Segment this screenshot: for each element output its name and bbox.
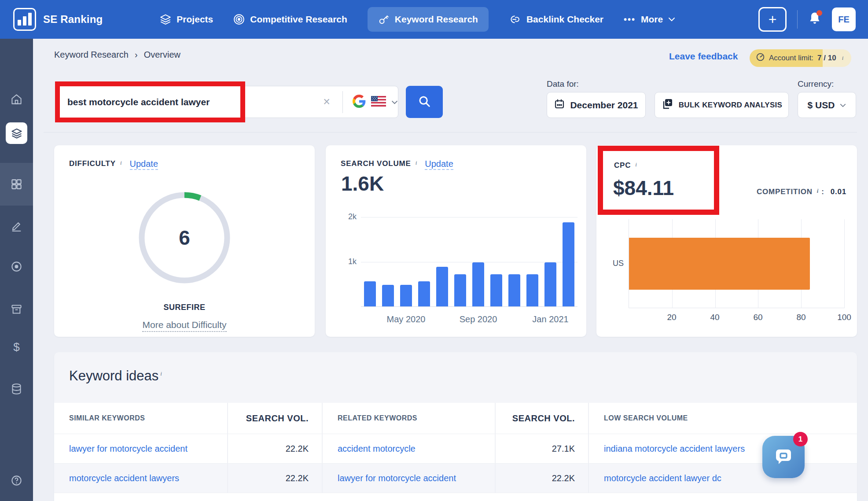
breadcrumb-parent[interactable]: Keyword Research [54, 50, 129, 60]
currency-dropdown[interactable]: $ USD [798, 92, 856, 118]
cpc-region-bar[interactable] [629, 238, 810, 290]
search-volume-bar[interactable] [490, 274, 502, 306]
bulk-label: BULK KEYWORD ANALYSIS [679, 101, 783, 110]
keyword-ideas-title: Keyword ideasi [69, 368, 162, 384]
search-volume-total: 1.6K [341, 172, 384, 195]
archive-box-icon[interactable] [7, 300, 26, 318]
search-engine-selector[interactable] [353, 95, 398, 110]
account-limit-label: Account limit: [769, 54, 813, 63]
chevron-down-icon [840, 102, 846, 109]
add-button[interactable]: + [758, 7, 787, 32]
account-limit-badge[interactable]: Account limit: 7 / 10 i [750, 49, 851, 67]
x-axis-tick-label: Sep 2020 [460, 314, 497, 324]
search-volume-bar[interactable] [400, 285, 412, 306]
difficulty-rating: SUREFIRE [54, 303, 315, 312]
x-axis-tick-label: Jan 2021 [532, 314, 568, 324]
database-icon[interactable] [7, 380, 26, 398]
search-volume-bar[interactable] [563, 222, 574, 306]
bulk-keyword-analysis-button[interactable]: BULK KEYWORD ANALYSIS [655, 92, 789, 118]
difficulty-update-link[interactable]: Update [130, 159, 158, 170]
account-limit-value: 7 / 10 [817, 54, 836, 63]
search-volume-title: SEARCH VOLUME [341, 159, 411, 168]
search-volume-chart: 1k2k [361, 217, 577, 307]
search-volume-bar[interactable] [544, 262, 556, 306]
search-volume-bar[interactable] [508, 274, 520, 306]
search-volume-card: SEARCH VOLUME i Update 1.6K 1k2k May 202… [326, 145, 586, 337]
cpc-axis-labels: 20406080100 [629, 313, 844, 323]
difficulty-score: 6 [127, 181, 242, 295]
more-about-difficulty-link[interactable]: More about Difficulty [142, 320, 226, 332]
related-keyword-link[interactable]: accident motorcycle [338, 444, 416, 454]
cpc-card: CPC i $84.11 COMPETITION i : 0.01 US 204… [596, 145, 857, 337]
low-volume-keyword-link[interactable]: motorcycle accident lawyer dc [604, 473, 721, 483]
sidebar-item-keyword-research-active[interactable] [6, 122, 27, 144]
info-icon: i [416, 159, 417, 166]
col-related-keywords: RELATED KEYWORDS [322, 403, 495, 434]
search-icon [418, 95, 431, 110]
related-keyword-volume: 22.2K [495, 464, 588, 493]
similar-keyword-link[interactable]: motorcycle accident lawyers [69, 473, 179, 483]
search-volume-update-link[interactable]: Update [425, 159, 453, 170]
similar-keyword-volume: 22.2K [227, 464, 322, 493]
search-volume-bar[interactable] [472, 262, 484, 306]
search-volume-bar[interactable] [526, 274, 538, 306]
x-axis-tick-label: 20 [667, 313, 676, 322]
calendar-icon [554, 99, 565, 111]
notifications-bell-icon[interactable] [808, 11, 821, 27]
difficulty-card: DIFFICULTY i Update 6 SUREFIRE More abou… [54, 145, 315, 337]
related-keyword-link[interactable]: lawyer for motorcycle accident [338, 473, 456, 483]
similar-keyword-link[interactable]: lawyer for motorcycle accident [69, 444, 188, 454]
dollar-icon[interactable]: $ [7, 338, 26, 356]
link-icon [509, 14, 521, 25]
brand-logo[interactable]: SE Ranking [13, 8, 103, 31]
bar-chart-logo-icon [13, 8, 36, 31]
x-axis-tick-label: 80 [796, 313, 805, 322]
col-low-search-volume: LOW SEARCH VOLUME [588, 403, 857, 434]
search-volume-bar[interactable] [454, 274, 466, 306]
search-button[interactable] [406, 86, 443, 118]
pencil-edit-icon[interactable] [7, 217, 26, 235]
chevron-down-icon [668, 17, 675, 22]
search-volume-bar[interactable] [418, 281, 430, 306]
y-axis-tick-label: 2k [341, 212, 357, 221]
primary-nav: Projects Competitive Research Keyword Re… [160, 7, 675, 32]
table-row: motorcycle accident lawyers22.2Klawyer f… [54, 463, 857, 493]
difficulty-gauge: 6 [127, 181, 242, 295]
top-navigation-bar: SE Ranking Projects Competitive Research… [0, 0, 868, 39]
nav-item-projects[interactable]: Projects [160, 14, 213, 25]
clear-input-icon[interactable]: × [323, 96, 330, 108]
layers-icon [160, 14, 171, 25]
chat-widget-button[interactable]: 1 [762, 436, 805, 478]
notification-dot [817, 10, 822, 16]
se-ranking-app: SE Ranking Projects Competitive Research… [0, 0, 868, 501]
low-volume-keyword-link[interactable]: indiana motorcycle accident lawyers [604, 444, 745, 454]
x-axis-tick-label: 100 [837, 313, 851, 322]
chat-unread-badge: 1 [793, 432, 808, 446]
nav-item-more[interactable]: ••• More [624, 14, 675, 25]
nav-right-controls: + FE [758, 7, 856, 32]
user-avatar[interactable]: FE [832, 7, 856, 31]
chat-bubble-icon [772, 445, 795, 469]
help-icon[interactable] [7, 472, 26, 490]
input-divider [342, 91, 343, 113]
home-icon[interactable] [7, 90, 26, 108]
competition-indicator: COMPETITION i : 0.01 [757, 188, 846, 196]
table-row-partial [54, 493, 857, 501]
date-picker-button[interactable]: December 2021 [547, 92, 646, 118]
breadcrumb-current: Overview [144, 50, 180, 60]
col-search-vol-2: SEARCH VOL. [495, 403, 588, 434]
search-volume-bar[interactable] [436, 267, 448, 306]
leave-feedback-link[interactable]: Leave feedback [669, 51, 738, 62]
key-icon [378, 14, 390, 25]
search-volume-bar[interactable] [364, 281, 376, 306]
search-volume-bar[interactable] [382, 285, 394, 306]
google-icon [353, 95, 366, 110]
keyword-search-input[interactable] [67, 97, 239, 107]
nav-item-keyword-research[interactable]: Keyword Research [368, 7, 489, 32]
nav-item-competitive-research[interactable]: Competitive Research [233, 14, 347, 25]
apps-grid-icon[interactable] [7, 175, 26, 193]
circle-dot-icon[interactable] [7, 258, 26, 276]
nav-item-backlink-checker[interactable]: Backlink Checker [509, 14, 603, 25]
bulk-analysis-icon [661, 98, 673, 112]
currency-label: Currency: [798, 79, 834, 89]
